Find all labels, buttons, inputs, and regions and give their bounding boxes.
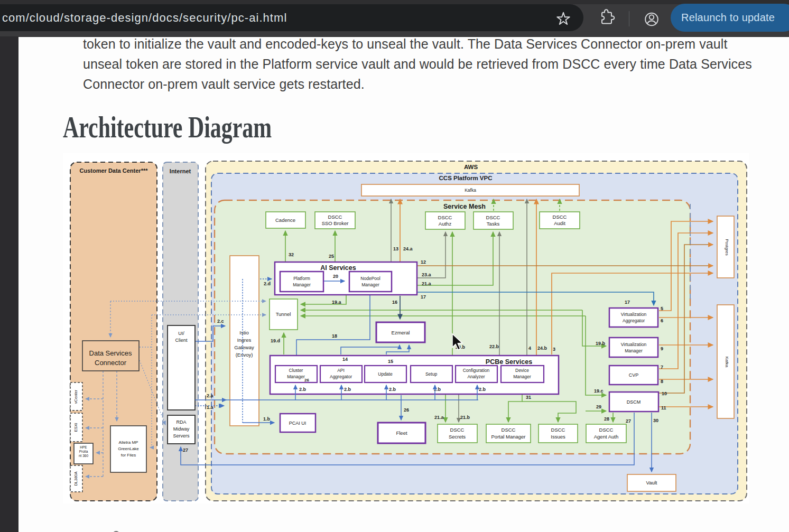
svg-text:1.b: 1.b	[263, 416, 271, 422]
svg-text:Virtualization: Virtualization	[621, 312, 647, 317]
svg-text:Analyzer: Analyzer	[467, 374, 485, 379]
svg-text:nt 360: nt 360	[79, 454, 88, 458]
svg-text:Internet: Internet	[170, 168, 191, 174]
svg-text:Device: Device	[515, 368, 529, 373]
svg-text:Alletra MP: Alletra MP	[119, 440, 138, 445]
svg-text:18: 18	[332, 333, 337, 339]
svg-text:5: 5	[661, 306, 663, 311]
svg-text:Ezmeral: Ezmeral	[392, 330, 410, 335]
svg-text:Kafka: Kafka	[725, 357, 729, 368]
svg-text:Configuration: Configuration	[463, 368, 490, 373]
svg-text:Secrets: Secrets	[449, 434, 466, 440]
svg-text:6: 6	[661, 318, 663, 323]
svg-text:Manager: Manager	[287, 374, 305, 379]
svg-text:Agent Auth: Agent Auth	[594, 434, 618, 440]
svg-text:RDA: RDA	[176, 419, 186, 425]
svg-text:PCAI UI: PCAI UI	[289, 421, 307, 426]
svg-text:vCenter: vCenter	[73, 389, 78, 404]
svg-text:Cluster: Cluster	[289, 368, 303, 373]
svg-text:7: 7	[661, 365, 663, 370]
svg-text:DSCC: DSCC	[599, 427, 614, 433]
svg-text:Connector: Connector	[95, 359, 127, 367]
svg-text:21.a: 21.a	[422, 281, 432, 286]
svg-text:Midway: Midway	[173, 426, 190, 432]
svg-text:DSCC: DSCC	[502, 427, 516, 433]
svg-text:26: 26	[404, 407, 409, 413]
svg-text:Postgres: Postgres	[725, 239, 729, 256]
svg-text:28: 28	[604, 416, 609, 422]
svg-text:Authz: Authz	[439, 221, 452, 227]
svg-text:CCS Platform VPC: CCS Platform VPC	[439, 175, 493, 181]
svg-text:20: 20	[333, 274, 338, 279]
svg-text:Client: Client	[175, 338, 188, 343]
svg-text:for Files: for Files	[121, 453, 136, 458]
svg-text:19.d: 19.d	[271, 338, 280, 343]
svg-text:13: 13	[393, 246, 398, 251]
svg-text:12: 12	[421, 259, 426, 265]
svg-text:HPE: HPE	[80, 445, 87, 449]
svg-text:Manager: Manager	[513, 374, 531, 379]
svg-text:Kafka: Kafka	[465, 188, 476, 193]
svg-text:24.b: 24.b	[537, 346, 547, 351]
svg-text:19.a: 19.a	[332, 300, 342, 305]
svg-text:Aggregator: Aggregator	[330, 374, 352, 379]
svg-text:30: 30	[653, 418, 658, 423]
svg-text:NodePool: NodePool	[360, 276, 380, 281]
svg-text:(Envoy): (Envoy)	[236, 352, 253, 358]
svg-text:31: 31	[526, 395, 531, 400]
svg-text:DSCC: DSCC	[553, 214, 567, 220]
svg-text:17: 17	[625, 300, 630, 305]
svg-text:10: 10	[662, 391, 667, 396]
svg-text:DSCC: DSCC	[486, 214, 500, 220]
svg-text:Gateway: Gateway	[234, 344, 254, 350]
svg-text:CVP: CVP	[629, 372, 639, 378]
svg-text:2.a: 2.a	[207, 393, 214, 398]
svg-text:DL380A: DL380A	[73, 471, 78, 486]
svg-text:24.a: 24.a	[403, 246, 413, 251]
svg-text:19.b: 19.b	[596, 341, 606, 346]
svg-text:API: API	[337, 368, 345, 373]
svg-text:Platform: Platform	[293, 276, 310, 281]
svg-text:27: 27	[183, 447, 188, 453]
svg-text:8: 8	[661, 379, 663, 384]
svg-text:14: 14	[342, 357, 348, 362]
svg-text:Manager: Manager	[625, 348, 643, 353]
svg-text:SSO Broker: SSO Broker	[322, 220, 349, 226]
svg-text:Vault: Vault	[646, 480, 657, 486]
svg-text:Ingres: Ingres	[237, 337, 252, 343]
svg-text:Customer Data Center***: Customer Data Center***	[80, 167, 148, 174]
svg-text:Aggregator: Aggregator	[623, 318, 645, 323]
svg-text:Setup: Setup	[425, 371, 437, 377]
svg-text:32: 32	[289, 252, 294, 257]
svg-text:2.b: 2.b	[479, 387, 486, 392]
svg-text:ESXi: ESXi	[73, 423, 78, 432]
svg-text:DSCM: DSCM	[627, 399, 641, 405]
svg-text:Virtualization: Virtualization	[621, 342, 647, 347]
svg-text:Istio: Istio	[239, 330, 248, 335]
svg-text:26: 26	[304, 378, 309, 382]
svg-text:Fleet: Fleet	[396, 430, 407, 436]
svg-text:DSCC: DSCC	[328, 214, 342, 220]
svg-text:21.a: 21.a	[434, 415, 444, 420]
svg-text:22.b: 22.b	[489, 344, 499, 349]
svg-text:1.a: 1.a	[207, 405, 214, 410]
svg-text:AI Services: AI Services	[320, 264, 356, 272]
svg-text:AWS: AWS	[464, 164, 478, 170]
svg-text:Servers: Servers	[173, 433, 190, 438]
svg-text:2.d: 2.d	[264, 281, 271, 286]
svg-text:DSCC: DSCC	[450, 427, 465, 433]
svg-text:11: 11	[661, 405, 666, 410]
svg-text:25: 25	[329, 254, 334, 259]
svg-text:9: 9	[661, 346, 663, 351]
svg-text:16: 16	[392, 300, 397, 305]
svg-text:UI/: UI/	[178, 331, 184, 336]
svg-text:Cadence: Cadence	[275, 217, 295, 223]
svg-text:29: 29	[596, 404, 601, 409]
svg-text:15: 15	[388, 359, 393, 364]
svg-text:4: 4	[528, 346, 531, 351]
svg-text:Data Services: Data Services	[89, 349, 132, 357]
svg-text:Audit: Audit	[554, 220, 565, 226]
svg-text:17: 17	[421, 294, 426, 300]
svg-text:2.c: 2.c	[217, 319, 224, 324]
svg-text:DSCC: DSCC	[438, 214, 452, 220]
